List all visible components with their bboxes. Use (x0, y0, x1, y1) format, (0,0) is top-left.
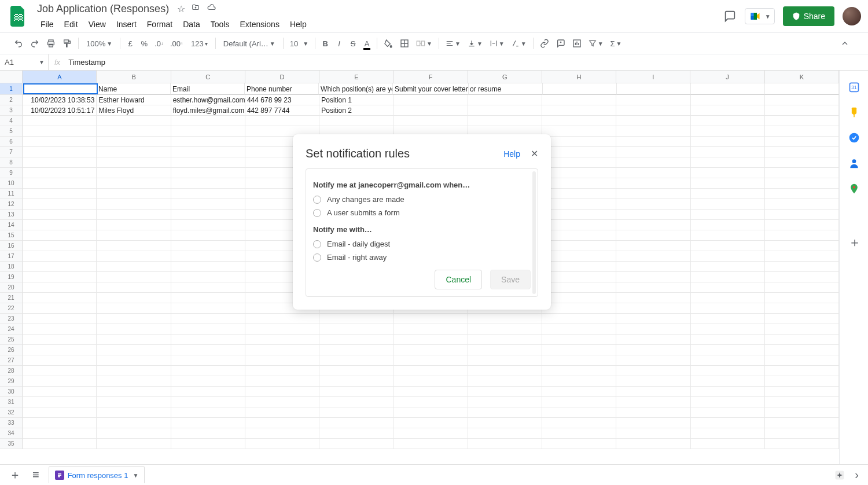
cell-C32[interactable] (171, 407, 245, 418)
cell-I14[interactable] (616, 220, 690, 230)
cell-K23[interactable] (765, 314, 839, 324)
cell-B14[interactable] (97, 220, 171, 230)
cell-C19[interactable] (171, 272, 245, 282)
cell-B5[interactable] (97, 126, 171, 137)
col-header-G[interactable]: G (468, 71, 542, 83)
cell-D34[interactable] (245, 428, 319, 439)
cell-A26[interactable] (23, 345, 97, 355)
cell-B6[interactable] (97, 137, 171, 147)
collapse-toolbar-icon[interactable] (838, 36, 852, 50)
cell-I4[interactable] (616, 116, 690, 126)
cell-A34[interactable] (23, 428, 97, 439)
cell-I19[interactable] (616, 272, 690, 282)
cell-K12[interactable] (765, 199, 839, 210)
cell-I18[interactable] (616, 262, 690, 272)
row-num[interactable]: 12 (0, 199, 23, 210)
cell-I32[interactable] (616, 407, 690, 418)
cell-H33[interactable] (542, 418, 616, 428)
cell-F25[interactable] (393, 335, 468, 345)
cell-A22[interactable] (23, 303, 97, 314)
cell-D1[interactable]: Phone number (245, 83, 319, 95)
increase-decimal-icon[interactable]: .00↑ (168, 36, 185, 50)
cell-B17[interactable] (97, 251, 171, 262)
cell-E34[interactable] (319, 428, 393, 439)
merge-cells-icon[interactable]: ▼ (414, 36, 435, 50)
cell-I16[interactable] (616, 241, 690, 251)
cell-C9[interactable] (171, 168, 245, 178)
cell-G26[interactable] (468, 345, 542, 355)
cell-C14[interactable] (171, 220, 245, 230)
row-num[interactable]: 34 (0, 428, 23, 439)
cell-K13[interactable] (765, 210, 839, 220)
cell-D35[interactable] (245, 439, 319, 449)
cell-C18[interactable] (171, 262, 245, 272)
cell-B35[interactable] (97, 439, 171, 449)
row-num[interactable]: 25 (0, 335, 23, 345)
cell-F23[interactable] (393, 314, 468, 324)
cell-B12[interactable] (97, 199, 171, 210)
cell-A7[interactable] (23, 147, 97, 157)
cell-I9[interactable] (616, 168, 690, 178)
calendar-icon[interactable]: 31 (848, 81, 860, 93)
cell-H4[interactable] (542, 116, 616, 126)
cell-D29[interactable] (245, 376, 319, 387)
cell-A11[interactable] (23, 189, 97, 199)
cell-K20[interactable] (765, 282, 839, 293)
cell-J33[interactable] (691, 418, 765, 428)
cell-B31[interactable] (97, 397, 171, 407)
cell-A12[interactable] (23, 199, 97, 210)
cell-E27[interactable] (319, 355, 393, 366)
h-align-icon[interactable]: ▼ (443, 36, 463, 50)
cell-I24[interactable] (616, 324, 690, 335)
cell-J18[interactable] (691, 262, 765, 272)
cell-I8[interactable] (616, 157, 690, 168)
cell-B29[interactable] (97, 376, 171, 387)
print-icon[interactable] (44, 36, 58, 50)
cell-G35[interactable] (468, 439, 542, 449)
cell-I28[interactable] (616, 366, 690, 376)
radio-form-submit[interactable]: A user submits a form (313, 208, 531, 217)
radio-right-away[interactable]: Email - right away (313, 253, 531, 262)
cell-F1[interactable]: Submit your cover letter or resume (393, 83, 469, 95)
cell-D2[interactable]: 444 678 99 23 (245, 95, 319, 105)
chevron-down-icon[interactable]: ▼ (133, 472, 138, 479)
cell-J12[interactable] (691, 199, 765, 210)
cell-J11[interactable] (691, 189, 765, 199)
functions-icon[interactable]: Σ▼ (608, 36, 624, 50)
paint-format-icon[interactable] (60, 36, 74, 50)
cell-H15[interactable] (542, 230, 616, 241)
cell-A31[interactable] (23, 397, 97, 407)
cell-J6[interactable] (691, 137, 765, 147)
cell-H16[interactable] (542, 241, 616, 251)
cell-D24[interactable] (245, 324, 319, 335)
cell-A16[interactable] (23, 241, 97, 251)
cell-D3[interactable]: 442 897 7744 (245, 105, 319, 116)
cell-C16[interactable] (171, 241, 245, 251)
row-num[interactable]: 13 (0, 210, 23, 220)
cell-H6[interactable] (542, 137, 616, 147)
cell-H14[interactable] (542, 220, 616, 230)
row-num[interactable]: 4 (0, 116, 23, 126)
cell-A24[interactable] (23, 324, 97, 335)
cell-K26[interactable] (765, 345, 839, 355)
cell-C34[interactable] (171, 428, 245, 439)
cell-A3[interactable]: 10/02/2023 10:51:17 (23, 105, 97, 116)
cell-K35[interactable] (765, 439, 839, 449)
cell-H21[interactable] (542, 293, 616, 303)
menu-insert[interactable]: Insert (112, 17, 141, 31)
add-sheet-icon[interactable]: ＋ (7, 465, 23, 485)
bold-icon[interactable]: B (319, 36, 331, 50)
cell-A13[interactable] (23, 210, 97, 220)
cell-G23[interactable] (468, 314, 542, 324)
cell-J27[interactable] (691, 355, 765, 366)
cell-B18[interactable] (97, 262, 171, 272)
cell-B7[interactable] (97, 147, 171, 157)
cell-J28[interactable] (691, 366, 765, 376)
cell-I5[interactable] (616, 126, 690, 137)
cloud-status-icon[interactable] (206, 3, 216, 14)
menu-view[interactable]: View (84, 17, 111, 31)
cell-K24[interactable] (765, 324, 839, 335)
cell-J32[interactable] (691, 407, 765, 418)
cell-H12[interactable] (542, 199, 616, 210)
row-num[interactable]: 17 (0, 251, 23, 262)
